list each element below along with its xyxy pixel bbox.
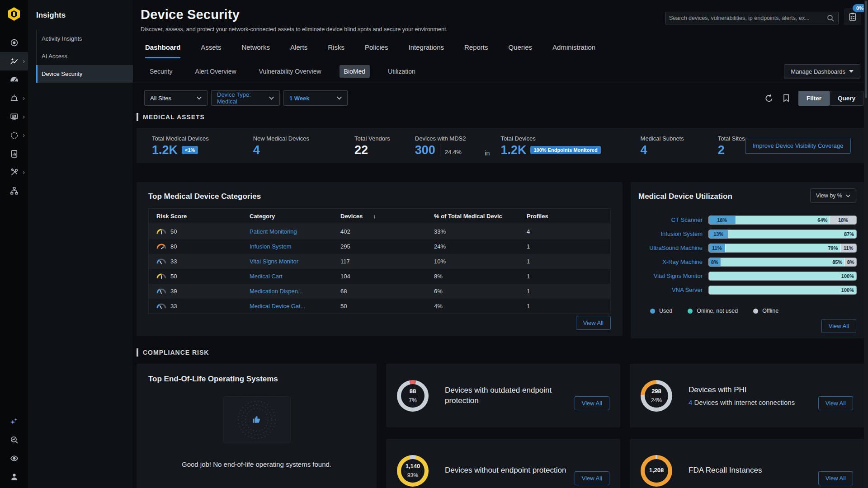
subtab-alert-overview[interactable]: Alert Overview: [191, 65, 241, 78]
subtab-security[interactable]: Security: [145, 65, 177, 78]
donut-chart: 887%: [397, 380, 429, 412]
search-icon[interactable]: [826, 14, 835, 22]
subtitle-count: 4: [689, 399, 694, 406]
rail-nav-ai-sparkles[interactable]: [0, 412, 28, 431]
utilization-category-link[interactable]: Infusion System: [638, 230, 703, 237]
rail-nav-reports[interactable]: [0, 145, 28, 163]
sidebar-item-activity-insights[interactable]: Activity Insights: [36, 30, 133, 47]
category-link[interactable]: Vital Signs Monitor: [242, 258, 333, 265]
tab-dashboard[interactable]: Dashboard: [145, 43, 180, 58]
sidebar-item-device-security[interactable]: Device Security: [36, 65, 133, 83]
utilization-category-link[interactable]: CT Scanner: [638, 216, 703, 223]
column-header-devices[interactable]: Devices↓: [333, 213, 426, 220]
risk-score-value: 39: [170, 288, 177, 295]
rail-nav-segments[interactable]: ›: [0, 126, 28, 145]
site-filter-dropdown[interactable]: All Sites: [144, 90, 208, 106]
tab-policies[interactable]: Policies: [365, 43, 388, 58]
scrollbar-thumb[interactable]: [865, 1, 867, 98]
category-link[interactable]: Medical Cart: [242, 273, 333, 280]
query-toggle-button[interactable]: Query: [830, 91, 863, 106]
app-rail: ›››››: [0, 0, 28, 488]
utilization-chart: CT Scanner18%64%18%Infusion System13%87%…: [638, 213, 856, 297]
tab-risks[interactable]: Risks: [328, 43, 344, 58]
categories-view-all-button[interactable]: View All: [576, 316, 611, 330]
card-text: Devices with outdated endpoint protectio…: [445, 385, 560, 406]
bar-segment-used: 13%: [709, 230, 728, 238]
category-link[interactable]: Infusion System: [242, 243, 333, 250]
device-type-filter-dropdown[interactable]: Device Type: Medical: [211, 90, 280, 106]
card-view-all-button[interactable]: View All: [818, 471, 853, 485]
bar-segment-offline: 11%: [840, 244, 857, 252]
bookmark-button[interactable]: [779, 91, 793, 105]
card-view-all-button[interactable]: View All: [575, 396, 609, 410]
rail-nav-network[interactable]: [0, 182, 28, 200]
tools-icon: [9, 168, 19, 177]
utilization-category-link[interactable]: Vital Signs Monitor: [638, 272, 703, 279]
column-header-profiles[interactable]: Profiles: [519, 213, 610, 220]
utilization-category-link[interactable]: X-Ray Machine: [638, 258, 703, 265]
subtab-biomed[interactable]: BioMed: [340, 65, 370, 78]
categories-table: Risk ScoreCategoryDevices↓% of Total Med…: [148, 208, 611, 314]
metric-badge: <1%: [182, 146, 198, 154]
improve-device-visibility-button[interactable]: Improve Device Visibility Coverage: [745, 138, 851, 154]
global-search[interactable]: [665, 12, 839, 24]
category-link[interactable]: Medication Dispen...: [242, 288, 333, 295]
card-view-all-button[interactable]: View All: [575, 471, 609, 485]
tab-assets[interactable]: Assets: [201, 43, 221, 58]
metric-label: Total Sites: [718, 135, 745, 142]
card-title: FDA Recall Instances: [689, 465, 762, 476]
category-link[interactable]: Medical Device Gat...: [242, 303, 333, 310]
card-view-all-button[interactable]: View All: [818, 396, 853, 410]
page-scrollbar[interactable]: [864, 0, 868, 488]
view-by-dropdown[interactable]: View by %: [810, 188, 856, 203]
utilization-view-all-button[interactable]: View All: [821, 319, 856, 333]
rail-nav-tools[interactable]: ›: [0, 163, 28, 182]
subtab-utilization[interactable]: Utilization: [383, 65, 420, 78]
search-insights-icon: [9, 435, 19, 445]
refresh-button[interactable]: [762, 91, 776, 105]
column-header-risk-score[interactable]: Risk Score: [149, 213, 242, 220]
rail-nav-search-insights[interactable]: [0, 431, 28, 449]
rail-nav-user[interactable]: [0, 468, 28, 486]
bar-segment-used: 18%: [709, 216, 736, 224]
rail-nav-console[interactable]: ›: [0, 108, 28, 126]
column-header-category[interactable]: Category: [242, 213, 333, 220]
sidebar-item-ai-access[interactable]: AI Access: [36, 47, 133, 65]
tasks-button[interactable]: 0%: [844, 8, 861, 25]
utilization-legend: UsedOnline, not usedOffline: [650, 308, 856, 314]
rail-nav-visibility[interactable]: [0, 449, 28, 468]
utilization-category-link[interactable]: UltraSound Machine: [638, 244, 703, 251]
search-input[interactable]: [669, 15, 826, 21]
tab-reports[interactable]: Reports: [464, 43, 488, 58]
metric-value-row: 2: [718, 144, 745, 156]
tab-administration[interactable]: Administration: [552, 43, 595, 58]
utilization-category-link[interactable]: VNA Server: [638, 286, 703, 293]
sort-desc-icon[interactable]: ↓: [365, 213, 376, 220]
metric-label: Total Vendors: [354, 135, 390, 142]
tab-queries[interactable]: Queries: [509, 43, 533, 58]
tab-alerts[interactable]: Alerts: [290, 43, 307, 58]
risk-score-value: 33: [170, 303, 177, 310]
metric-devices-with-mds2: Devices with MDS230024.4%: [415, 135, 466, 156]
subtab-vulnerability-overview[interactable]: Vulnerability Overview: [255, 65, 326, 78]
filter-toggle-button[interactable]: Filter: [798, 91, 830, 106]
card-title: Top End-Of-Life Operating Systems: [148, 375, 365, 384]
utilization-bar-row: X-Ray Machine8%85%8%: [638, 255, 856, 269]
bar-segment-used: 8%: [709, 258, 721, 266]
metric-label: New Medical Devices: [253, 135, 309, 142]
rail-nav-discover[interactable]: [0, 33, 28, 52]
devices-cell: 68: [333, 288, 426, 295]
medical-device-utilization-panel: Medical Device Utilization View by % CT …: [631, 182, 864, 338]
rail-nav-alerts[interactable]: ›: [0, 89, 28, 108]
rail-nav-insights[interactable]: ›: [0, 52, 28, 70]
column-header-of-total-medical-devic[interactable]: % of Total Medical Devic: [426, 213, 519, 220]
manage-dashboards-button[interactable]: Manage Dashboards: [784, 64, 860, 79]
time-range-dropdown[interactable]: 1 Week: [283, 90, 348, 106]
insights-icon: [9, 56, 19, 66]
category-link[interactable]: Patient Monitoring: [242, 228, 333, 235]
rail-nav-gauge[interactable]: [0, 70, 28, 89]
bar-segment-used: 11%: [709, 244, 725, 252]
tab-integrations[interactable]: Integrations: [409, 43, 444, 58]
tab-networks[interactable]: Networks: [241, 43, 270, 58]
page-title: Device Security: [141, 7, 448, 22]
